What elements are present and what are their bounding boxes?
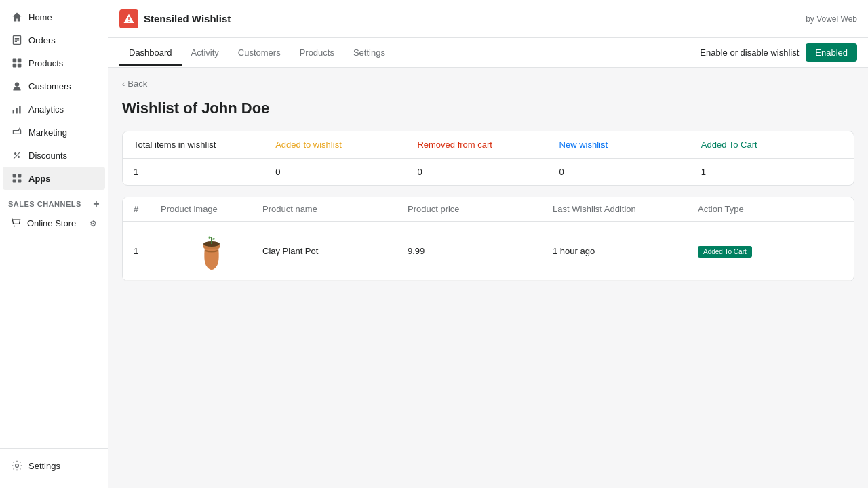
online-store-settings-icon[interactable]: ⚙ bbox=[90, 219, 97, 228]
row-product-image bbox=[161, 227, 262, 274]
row-last-addition: 1 hour ago bbox=[553, 246, 698, 256]
app-title: Stensiled Wishlist bbox=[144, 13, 231, 24]
sidebar-nav: Home Orders Products Customers Analytics bbox=[0, 0, 108, 448]
stats-header: Total items in wishlist Added to wishlis… bbox=[123, 131, 854, 159]
sidebar-item-analytics[interactable]: Analytics bbox=[3, 98, 105, 121]
row-index: 1 bbox=[134, 246, 161, 256]
svg-point-13 bbox=[18, 156, 20, 158]
svg-rect-11 bbox=[19, 106, 20, 113]
sidebar-item-marketing-label: Marketing bbox=[28, 127, 67, 138]
stats-value-added: 0 bbox=[275, 167, 417, 177]
tab-settings[interactable]: Settings bbox=[344, 41, 395, 66]
settings-icon bbox=[11, 460, 23, 472]
main-content: Stensiled Wishlist by Vowel Web Dashboar… bbox=[108, 0, 868, 488]
sidebar-item-settings[interactable]: Settings bbox=[3, 454, 105, 477]
sidebar-item-home[interactable]: Home bbox=[3, 5, 105, 28]
col-name: Product name bbox=[262, 204, 408, 214]
product-table: # Product image Product name Product pri… bbox=[122, 197, 854, 281]
stats-card: Total items in wishlist Added to wishlis… bbox=[122, 131, 854, 186]
content-area: ‹ Back Wishlist of John Doe Total items … bbox=[108, 68, 868, 488]
table-row: 1 bbox=[123, 222, 854, 281]
tab-dashboard[interactable]: Dashboard bbox=[119, 41, 182, 66]
sidebar-item-customers-label: Customers bbox=[28, 81, 71, 92]
customers-icon bbox=[11, 80, 23, 92]
svg-rect-5 bbox=[18, 59, 22, 63]
svg-point-21 bbox=[16, 464, 19, 468]
enable-button[interactable]: Enabled bbox=[806, 43, 857, 62]
tab-products[interactable]: Products bbox=[290, 41, 344, 66]
svg-rect-15 bbox=[13, 174, 16, 178]
sidebar-item-discounts[interactable]: Discounts bbox=[3, 144, 105, 167]
tab-activity[interactable]: Activity bbox=[182, 41, 229, 66]
sidebar-item-orders[interactable]: Orders bbox=[3, 28, 105, 52]
sidebar-item-marketing[interactable]: Marketing bbox=[3, 121, 105, 144]
col-index: # bbox=[134, 204, 161, 214]
stats-header-new: New wishlist bbox=[559, 140, 701, 150]
tab-bar: Dashboard Activity Customers Products Se… bbox=[108, 38, 868, 68]
orders-icon bbox=[11, 34, 23, 46]
stats-row: 1 0 0 0 1 bbox=[123, 159, 854, 185]
page-title: Wishlist of John Doe bbox=[122, 100, 854, 117]
col-last-addition: Last Wishlist Addition bbox=[553, 204, 698, 214]
stats-value-cart: 1 bbox=[701, 167, 843, 177]
col-image: Product image bbox=[161, 204, 262, 214]
sales-channels-section: SALES CHANNELS + bbox=[0, 190, 108, 213]
svg-rect-10 bbox=[16, 108, 17, 113]
svg-point-8 bbox=[15, 82, 19, 86]
action-type-badge: Added To Cart bbox=[698, 246, 752, 258]
stats-value-new: 0 bbox=[559, 167, 701, 177]
enable-toggle: Enable or disable wishlist Enabled bbox=[700, 43, 857, 62]
sidebar-item-discounts-label: Discounts bbox=[28, 150, 67, 161]
col-price: Product price bbox=[408, 204, 553, 214]
tab-customers[interactable]: Customers bbox=[229, 41, 290, 66]
svg-rect-6 bbox=[13, 64, 17, 68]
stats-value-removed: 0 bbox=[417, 167, 559, 177]
tabs: Dashboard Activity Customers Products Se… bbox=[119, 41, 395, 65]
sidebar-item-apps-label: Apps bbox=[28, 174, 51, 184]
svg-point-20 bbox=[18, 226, 19, 227]
svg-rect-9 bbox=[13, 110, 14, 114]
back-link[interactable]: ‹ Back bbox=[122, 79, 854, 89]
sidebar-bottom: Settings bbox=[0, 448, 108, 488]
svg-rect-18 bbox=[18, 180, 22, 183]
product-table-header: # Product image Product name Product pri… bbox=[123, 197, 854, 222]
discounts-icon bbox=[11, 149, 23, 161]
clay-pot-image bbox=[198, 230, 225, 271]
sidebar-item-products[interactable]: Products bbox=[3, 52, 105, 75]
row-product-name: Clay Plant Pot bbox=[262, 246, 408, 256]
row-product-price: 9.99 bbox=[408, 246, 553, 256]
stats-header-removed: Removed from cart bbox=[417, 140, 559, 150]
svg-point-19 bbox=[14, 226, 16, 227]
svg-rect-17 bbox=[13, 180, 16, 183]
app-by-label: by Vowel Web bbox=[806, 14, 857, 24]
add-sales-channel-icon[interactable]: + bbox=[93, 198, 100, 210]
sidebar-item-products-label: Products bbox=[28, 58, 63, 68]
sidebar-item-analytics-label: Analytics bbox=[28, 104, 64, 115]
online-store-icon bbox=[11, 217, 22, 230]
marketing-icon bbox=[11, 126, 23, 138]
app-logo bbox=[119, 9, 138, 28]
sidebar-item-home-label: Home bbox=[28, 12, 52, 22]
home-icon bbox=[11, 11, 23, 23]
sidebar-item-apps[interactable]: Apps bbox=[3, 167, 105, 190]
svg-point-12 bbox=[14, 152, 16, 155]
svg-rect-16 bbox=[18, 174, 22, 178]
svg-rect-4 bbox=[13, 59, 17, 63]
col-action-type: Action Type bbox=[698, 204, 843, 214]
online-store-label: Online Store bbox=[27, 218, 76, 228]
stats-header-added-to-cart: Added To Cart bbox=[701, 140, 843, 150]
enable-label: Enable or disable wishlist bbox=[700, 47, 799, 58]
sidebar: Home Orders Products Customers Analytics bbox=[0, 0, 108, 488]
sidebar-item-settings-label: Settings bbox=[28, 461, 60, 471]
products-icon bbox=[11, 57, 23, 69]
sidebar-item-online-store[interactable]: Online Store ⚙ bbox=[3, 213, 105, 234]
svg-point-24 bbox=[128, 21, 130, 22]
row-action-type: Added To Cart bbox=[698, 246, 843, 256]
sidebar-item-orders-label: Orders bbox=[28, 35, 56, 45]
stats-value-total: 1 bbox=[134, 167, 275, 177]
sales-channels-label: SALES CHANNELS bbox=[8, 200, 81, 208]
sidebar-item-customers[interactable]: Customers bbox=[3, 75, 105, 98]
analytics-icon bbox=[11, 103, 23, 115]
back-chevron-icon: ‹ bbox=[122, 79, 125, 89]
apps-icon bbox=[11, 172, 23, 184]
